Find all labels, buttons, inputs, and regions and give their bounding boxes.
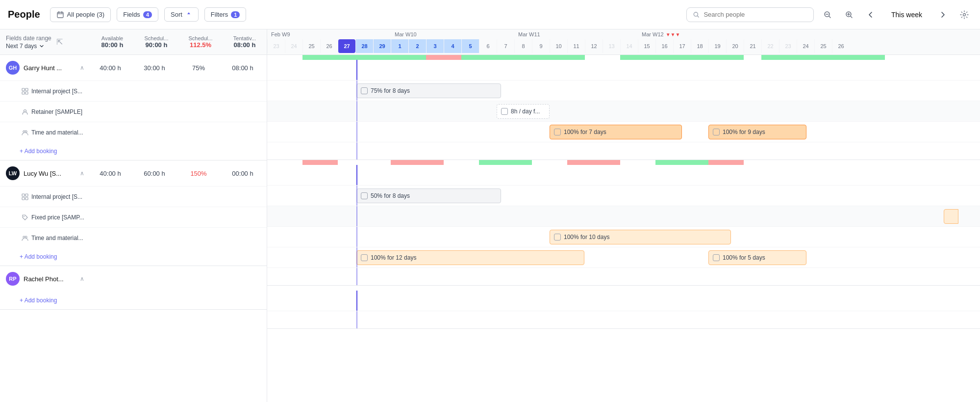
week-label-mar-w12: Mar W12 ▼▼▼ (638, 29, 761, 39)
svg-rect-14 (22, 88, 25, 91)
svg-point-25 (24, 216, 25, 217)
svg-line-8 (829, 16, 830, 18)
lucy-avail-red-3 (567, 160, 620, 165)
booking-checkbox-8[interactable] (713, 254, 720, 261)
lucy-scheduled-pct: 150% (176, 170, 221, 177)
deadline-flags: ▼▼▼ (666, 32, 680, 37)
week-mar-w12: Mar W12 ▼▼▼ 15 16 17 18 19 20 21 (638, 29, 761, 54)
settings-button[interactable] (956, 7, 972, 23)
week-mar-w10: Mar W10 1 2 3 4 5 6 7 (391, 29, 514, 54)
garry-available: 40:00 h (88, 64, 132, 72)
add-booking-garry[interactable]: + Add booking (0, 142, 267, 160)
garry-project-0-name: Internal project [S... (31, 88, 82, 95)
day-mar-3: 3 (426, 39, 444, 53)
add-booking-rachel[interactable]: + Add booking (0, 292, 267, 309)
lucy-project-1-gantt (267, 206, 980, 227)
add-booking-label-garry: + Add booking (20, 148, 57, 155)
add-booking-lucy[interactable]: + Add booking (0, 248, 267, 266)
booking-checkbox-3[interactable] (554, 129, 561, 135)
lucy-avail-top (267, 160, 980, 165)
all-people-button[interactable]: All people (3) (50, 7, 111, 22)
booking-checkbox-2[interactable] (501, 108, 508, 115)
lucy-project-1-cell: Fixed price [SAMP... (2, 214, 88, 221)
lucy-person-gantt-row (267, 165, 980, 186)
calendar-icon (56, 11, 64, 19)
svg-rect-16 (22, 92, 25, 94)
garry-avail-red (426, 55, 461, 60)
garry-booking-100pct-7d[interactable]: 100% for 7 days (550, 125, 682, 139)
booking-checkbox-6[interactable] (554, 234, 561, 241)
garry-expand-icon[interactable]: ∧ (80, 64, 84, 71)
lucy-booking-2-label: 100% for 12 days (371, 254, 416, 261)
scheduled2-total: 112.5% (180, 41, 221, 49)
available-col-header: Available 80:00 h (90, 35, 134, 49)
lucy-booking-3-label: 100% for 5 days (723, 254, 765, 261)
day-mar-4: 4 (444, 39, 461, 53)
gantt-body: 75% for 8 days 8h / day f... (267, 55, 980, 402)
day-mar-12: 12 (585, 39, 603, 53)
day-mar-24: 24 (797, 39, 814, 53)
collapse-icon[interactable]: ⇱ (56, 37, 63, 47)
lucy-project-0-cell: Internal project [S... (2, 193, 88, 200)
day-mar-18: 18 (691, 39, 708, 53)
left-panel: Fields date range Next 7 days ⇱ Availabl… (0, 29, 267, 402)
day-28: 28 (355, 39, 373, 53)
zoom-in-button[interactable] (841, 7, 857, 23)
person-section-garry: GH Garry Hunt ... ∧ 40:00 h 30:00 h 75% … (0, 55, 267, 161)
people-icon-2 (22, 235, 28, 241)
search-box[interactable] (686, 7, 814, 22)
garry-booking-100pct-9d[interactable]: 100% for 9 days (708, 125, 806, 139)
garry-booking-8h[interactable]: 8h / day f... (497, 104, 550, 119)
lucy-project-1-name: Fixed price [SAMP... (31, 214, 84, 221)
lucy-name-cell: LW Lucy Wu [S... ∧ (2, 166, 88, 180)
person-section-lucy: LW Lucy Wu [S... ∧ 40:00 h 60:00 h 150% … (0, 161, 267, 266)
rachel-avail-top (267, 286, 980, 291)
date-range-selector[interactable]: Next 7 days (6, 43, 51, 50)
lucy-booking-100pct-5d[interactable]: 100% for 5 days (708, 250, 806, 265)
filters-button[interactable]: Filters 1 (204, 7, 247, 22)
next-week-button[interactable] (935, 7, 951, 23)
chevron-down-icon (39, 43, 45, 49)
lucy-booking-100pct-10d[interactable]: 100% for 10 days (550, 230, 731, 244)
gantt-scroll[interactable]: Feb W9 23 24 25 26 27 28 29 Ma (267, 29, 980, 402)
garry-scheduled: 30:00 h (132, 64, 176, 72)
grid-icon-2 (22, 193, 28, 200)
booking-checkbox-4[interactable] (713, 129, 720, 135)
prev-week-button[interactable] (863, 7, 879, 23)
booking-checkbox-5[interactable] (361, 192, 368, 199)
garry-project-0-gantt: 75% for 8 days (267, 80, 980, 101)
rachel-expand-icon[interactable]: ∧ (80, 275, 84, 282)
people-icon (22, 129, 28, 136)
lucy-avail-red-2 (391, 160, 444, 165)
lucy-avail-red-4 (708, 160, 744, 165)
day-mar-8: 8 (514, 39, 532, 53)
sort-button[interactable]: Sort (164, 7, 199, 22)
lucy-expand-icon[interactable]: ∧ (80, 170, 84, 177)
lucy-booking-partial-right[interactable] (944, 209, 958, 224)
booking-checkbox[interactable] (361, 87, 368, 94)
rachel-add-booking-gantt (267, 311, 980, 329)
this-week-button[interactable]: This week (884, 8, 929, 22)
garry-avatar: GH (6, 61, 20, 75)
day-26: 26 (320, 39, 338, 53)
scheduled-total: 90:00 h (136, 41, 176, 49)
garry-project-1-cell: Retainer [SAMPLE] (2, 108, 88, 115)
day-mar-15: 15 (638, 39, 655, 53)
day-mar-20: 20 (726, 39, 744, 53)
day-mar-1: 1 (391, 39, 408, 53)
person-row-garry: GH Garry Hunt ... ∧ 40:00 h 30:00 h 75% … (0, 55, 267, 80)
search-input[interactable] (704, 11, 807, 18)
garry-scheduled-pct: 75% (176, 64, 221, 72)
project-row-garry-2: Time and material... (0, 122, 267, 142)
fields-button[interactable]: Fields 4 (117, 7, 158, 22)
lucy-booking-100pct-12d[interactable]: 100% for 12 days (356, 250, 584, 265)
lucy-booking-50pct[interactable]: 50% for 8 days (356, 188, 501, 203)
garry-booking-75pct[interactable]: 75% for 8 days (356, 83, 501, 98)
sort-up-icon (185, 11, 192, 18)
gantt-inner: Feb W9 23 24 25 26 27 28 29 Ma (267, 29, 980, 402)
zoom-out-button[interactable] (820, 7, 835, 23)
day-mar-23: 23 (779, 39, 797, 53)
garry-booking-0-label: 75% for 8 days (371, 87, 410, 94)
booking-checkbox-7[interactable] (361, 254, 368, 261)
svg-rect-22 (25, 194, 28, 196)
